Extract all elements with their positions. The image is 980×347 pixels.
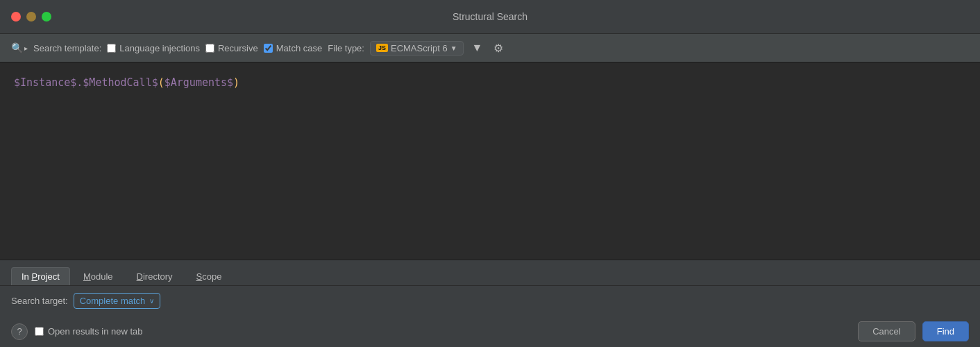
filter-icon: ▼ [472, 42, 483, 54]
language-injections-checkbox[interactable] [107, 44, 116, 53]
match-case-group[interactable]: Match case [264, 43, 322, 53]
file-type-chevron-icon: ▼ [450, 44, 457, 52]
match-case-checkbox[interactable] [264, 44, 273, 53]
maximize-button[interactable] [42, 12, 51, 22]
search-options-button[interactable]: 🔍 ▸ [11, 42, 28, 53]
title-bar: Structural Search [0, 0, 980, 33]
search-target-row: Search target: Complete match ∨ [0, 286, 980, 316]
help-icon: ? [17, 326, 22, 337]
tab-module[interactable]: Module [73, 267, 124, 285]
settings-button[interactable]: ⚙ [491, 40, 506, 56]
tab-scope-label: Scope [196, 271, 222, 282]
search-arrow-icon: ▸ [24, 44, 28, 52]
code-line-1: $Instance$.$MethodCall$($Arguments$) [14, 74, 966, 91]
tab-in-project[interactable]: In Project [11, 267, 70, 285]
recursive-checkbox[interactable] [205, 44, 214, 53]
tab-directory[interactable]: Directory [126, 267, 183, 285]
open-results-label: Open results in new tab [48, 326, 143, 337]
file-type-label: File type: [328, 43, 364, 53]
filter-button[interactable]: ▼ [469, 40, 486, 56]
search-icon: 🔍 [11, 42, 23, 53]
search-target-dropdown[interactable]: Complete match ∨ [74, 293, 161, 309]
code-close-paren: ) [233, 76, 239, 89]
tab-in-project-label: In Project [22, 271, 60, 282]
code-dot: . [76, 76, 83, 89]
match-case-label: Match case [276, 43, 322, 53]
recursive-label: Recursive [218, 43, 258, 53]
tab-directory-label: Directory [137, 271, 173, 282]
minimize-button[interactable] [26, 12, 36, 22]
open-results-checkbox[interactable] [35, 327, 44, 336]
code-open-paren: ( [158, 76, 164, 89]
find-button[interactable]: Find [922, 321, 969, 341]
open-results-group[interactable]: Open results in new tab [35, 326, 143, 337]
settings-icon: ⚙ [493, 42, 503, 55]
search-target-chevron-icon: ∨ [149, 297, 154, 305]
recursive-group[interactable]: Recursive [205, 43, 258, 53]
js-icon: JS [376, 44, 388, 53]
tab-module-label: Module [83, 271, 113, 282]
code-arguments: $Arguments$ [164, 76, 233, 89]
close-button[interactable] [11, 12, 21, 22]
code-editor[interactable]: $Instance$.$MethodCall$($Arguments$) [0, 62, 980, 260]
cancel-button[interactable]: Cancel [858, 321, 915, 341]
language-injections-group[interactable]: Language injections [107, 43, 200, 53]
code-methodcall: $MethodCall$ [83, 76, 158, 89]
dialog-title: Structural Search [453, 11, 527, 22]
language-injections-label: Language injections [119, 43, 200, 53]
traffic-lights [11, 12, 51, 22]
search-target-value: Complete match [80, 296, 146, 306]
scope-tabs: In Project Module Directory Scope [0, 260, 980, 285]
code-instance: $Instance$ [14, 76, 76, 89]
file-type-button[interactable]: JS ECMAScript 6 ▼ [370, 41, 464, 56]
toolbar: 🔍 ▸ Search template: Language injections… [0, 33, 980, 62]
search-target-label: Search target: [11, 296, 68, 306]
help-button[interactable]: ? [11, 323, 28, 340]
bottom-row: ? Open results in new tab Cancel Find [0, 316, 980, 347]
file-type-value: ECMAScript 6 [391, 43, 448, 53]
tab-scope[interactable]: Scope [186, 267, 233, 285]
search-template-label: Search template: [33, 43, 101, 53]
